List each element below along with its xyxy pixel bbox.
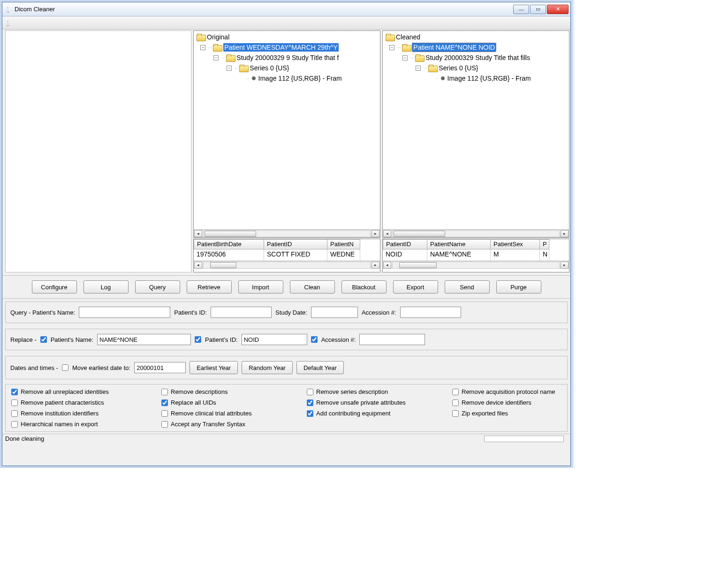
tree-series[interactable]: − ··· Series 0 {US} bbox=[383, 63, 569, 73]
replace-accession-input[interactable] bbox=[359, 334, 425, 345]
tree-expander[interactable]: − bbox=[416, 66, 421, 71]
option-remove_series_desc-checkbox[interactable] bbox=[307, 389, 313, 395]
scroll-left-icon[interactable]: ◂ bbox=[194, 262, 202, 269]
scroll-track[interactable] bbox=[392, 230, 560, 237]
tree-series[interactable]: − ··· Series 0 {US} bbox=[194, 63, 380, 73]
option-zip_exported[interactable]: Zip exported files bbox=[452, 410, 561, 417]
table-row[interactable]: 19750506 SCOTT FIXED WEDNE bbox=[194, 249, 380, 261]
option-remove_acq_proto-checkbox[interactable] bbox=[452, 389, 459, 395]
scroll-right-icon[interactable]: ▸ bbox=[372, 262, 379, 269]
replace-id-input[interactable] bbox=[242, 334, 307, 345]
tree-root[interactable]: Cleaned bbox=[383, 32, 569, 42]
replace-name-checkbox[interactable] bbox=[40, 336, 47, 343]
column-header[interactable]: P bbox=[540, 239, 549, 249]
option-accept_any_ts-checkbox[interactable] bbox=[161, 421, 168, 428]
scroll-thumb[interactable] bbox=[205, 231, 256, 237]
tree-study[interactable]: − ··· Study 20000329 9 Study Title that … bbox=[194, 53, 380, 63]
scroll-thumb[interactable] bbox=[394, 231, 445, 237]
maximize-button[interactable]: ▭ bbox=[530, 5, 546, 14]
minimize-button[interactable]: — bbox=[513, 5, 529, 14]
titlebar[interactable]: Dicom Cleaner — ▭ ✕ bbox=[2, 2, 570, 16]
scroll-right-icon[interactable]: ▸ bbox=[372, 230, 379, 237]
export-button[interactable]: Export bbox=[393, 280, 438, 294]
close-button[interactable]: ✕ bbox=[547, 5, 569, 14]
cleaned-table[interactable]: PatientID PatientName PatientSex P NOID … bbox=[382, 239, 569, 272]
tree-patient[interactable]: − ··· Patient NAME^NONE NOID bbox=[383, 42, 569, 53]
option-remove_acq_proto[interactable]: Remove acquisition protocol name bbox=[452, 388, 561, 395]
tree-expander[interactable]: − bbox=[213, 55, 219, 60]
option-hierarchical_names[interactable]: Hierarchical names in export bbox=[11, 421, 152, 428]
option-remove_series_desc[interactable]: Remove series description bbox=[307, 388, 443, 395]
scroll-thumb[interactable] bbox=[210, 262, 236, 268]
option-zip_exported-checkbox[interactable] bbox=[452, 410, 459, 417]
h-scrollbar[interactable]: ◂ ▸ bbox=[194, 229, 380, 237]
table-row[interactable]: NOID NAME^NONE M N bbox=[383, 249, 569, 261]
tree-patient[interactable]: − ··· Patient WEDNESDAY^MARCH 29th^Y bbox=[194, 42, 380, 53]
configure-button[interactable]: Configure bbox=[32, 280, 77, 294]
column-header[interactable]: PatientSex bbox=[491, 239, 540, 249]
column-header[interactable]: PatientBirthDate bbox=[194, 239, 264, 249]
log-button[interactable]: Log bbox=[83, 280, 129, 294]
option-remove_descriptions-checkbox[interactable] bbox=[161, 389, 168, 395]
tree-study[interactable]: − ··· Study 20000329 Study Title that fi… bbox=[383, 53, 569, 63]
original-tree[interactable]: Original − ··· Patient WEDNESDAY^MARCH 2… bbox=[193, 30, 380, 238]
scroll-track[interactable] bbox=[203, 230, 371, 237]
query-id-input[interactable] bbox=[211, 307, 272, 318]
tree-image[interactable]: ·· Image 112 {US,RGB} - Fram bbox=[383, 73, 569, 83]
option-remove_patient_char[interactable]: Remove patient characteristics bbox=[11, 399, 152, 406]
h-scrollbar[interactable]: ◂ ▸ bbox=[383, 229, 569, 237]
earliest-year-button[interactable]: Earliest Year bbox=[190, 361, 238, 374]
blackout-button[interactable]: Blackout bbox=[341, 280, 387, 294]
default-year-button[interactable]: Default Year bbox=[296, 361, 344, 374]
scroll-track[interactable] bbox=[392, 262, 560, 269]
option-add_contrib_equip-checkbox[interactable] bbox=[307, 410, 313, 417]
query-accession-input[interactable] bbox=[400, 307, 461, 318]
scroll-left-icon[interactable]: ◂ bbox=[194, 230, 202, 237]
option-remove_institution-checkbox[interactable] bbox=[11, 410, 18, 417]
scroll-thumb[interactable] bbox=[399, 262, 437, 268]
purge-button[interactable]: Purge bbox=[496, 280, 541, 294]
option-replace_uids[interactable]: Replace all UIDs bbox=[161, 399, 297, 406]
option-add_contrib_equip[interactable]: Add contributing equipment bbox=[307, 410, 443, 417]
replace-accession-checkbox[interactable] bbox=[311, 336, 318, 343]
scroll-left-icon[interactable]: ◂ bbox=[383, 262, 391, 269]
retrieve-button[interactable]: Retrieve bbox=[187, 280, 232, 294]
tree-expander[interactable]: − bbox=[227, 66, 232, 71]
option-remove_unreplaced-checkbox[interactable] bbox=[11, 389, 18, 395]
option-remove_device-checkbox[interactable] bbox=[452, 400, 459, 406]
h-scrollbar[interactable]: ◂ ▸ bbox=[194, 261, 380, 269]
column-header[interactable]: PatientID bbox=[264, 239, 327, 249]
query-date-input[interactable] bbox=[311, 307, 358, 318]
tree-expander[interactable]: − bbox=[200, 45, 205, 50]
option-remove_unsafe_priv-checkbox[interactable] bbox=[307, 400, 313, 406]
send-button[interactable]: Send bbox=[445, 280, 490, 294]
option-remove_descriptions[interactable]: Remove descriptions bbox=[161, 388, 297, 395]
option-accept_any_ts[interactable]: Accept any Transfer Syntax bbox=[161, 421, 297, 428]
replace-name-input[interactable] bbox=[97, 334, 191, 345]
option-hierarchical_names-checkbox[interactable] bbox=[11, 421, 18, 428]
option-remove_unsafe_priv[interactable]: Remove unsafe private attributes bbox=[307, 399, 443, 406]
move-date-checkbox[interactable] bbox=[62, 364, 68, 371]
option-remove_device[interactable]: Remove device identifiers bbox=[452, 399, 561, 406]
tree-expander[interactable]: − bbox=[389, 45, 394, 50]
option-replace_uids-checkbox[interactable] bbox=[161, 400, 168, 406]
cleaned-tree[interactable]: Cleaned − ··· Patient NAME^NONE NOID − ·… bbox=[382, 30, 569, 238]
tree-root[interactable]: Original bbox=[194, 32, 380, 42]
scroll-track[interactable] bbox=[203, 262, 371, 269]
option-remove_patient_char-checkbox[interactable] bbox=[11, 400, 18, 406]
random-year-button[interactable]: Random Year bbox=[242, 361, 293, 374]
column-header[interactable]: PatientName bbox=[427, 239, 491, 249]
option-remove_clinical_trial-checkbox[interactable] bbox=[161, 410, 168, 417]
scroll-right-icon[interactable]: ▸ bbox=[561, 262, 569, 269]
query-button[interactable]: Query bbox=[135, 280, 180, 294]
replace-id-checkbox[interactable] bbox=[195, 336, 201, 343]
option-remove_clinical_trial[interactable]: Remove clinical trial attributes bbox=[161, 410, 297, 417]
scroll-right-icon[interactable]: ▸ bbox=[561, 230, 569, 237]
import-button[interactable]: Import bbox=[238, 280, 283, 294]
column-header[interactable]: PatientID bbox=[383, 239, 427, 249]
move-date-input[interactable] bbox=[134, 362, 186, 373]
clean-button[interactable]: Clean bbox=[290, 280, 335, 294]
tree-image[interactable]: ·· Image 112 {US,RGB} - Fram bbox=[194, 73, 380, 83]
tree-expander[interactable]: − bbox=[402, 55, 408, 60]
option-remove_unreplaced[interactable]: Remove all unreplaced identities bbox=[11, 388, 152, 395]
